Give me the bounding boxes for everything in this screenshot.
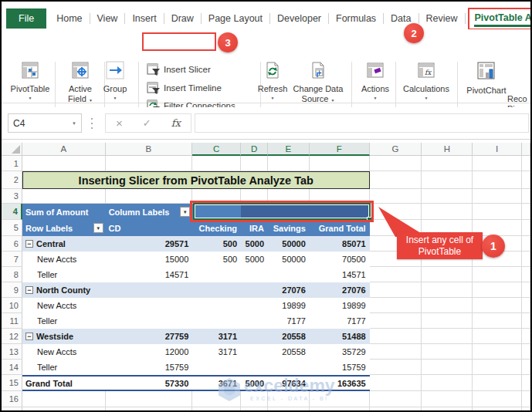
tab-home[interactable]: Home (49, 9, 89, 28)
pivot-value-cell[interactable]: 500 (192, 236, 241, 252)
pivot-value-cell[interactable]: 85071 (310, 236, 370, 252)
row-number-11[interactable]: 11 (2, 313, 22, 329)
row-number-8[interactable]: 8 (2, 267, 22, 282)
grid-cell-B[interactable] (106, 391, 193, 407)
grid-cell-B[interactable] (106, 156, 193, 171)
grid-cell-D[interactable] (241, 407, 268, 412)
name-box-dropdown-icon[interactable]: ▼ (72, 121, 76, 126)
cancel-icon[interactable]: × (116, 117, 123, 130)
pivot-value-cell[interactable]: 500 (192, 252, 241, 267)
select-all-corner[interactable] (2, 143, 22, 156)
row-number-3[interactable]: 3 (2, 189, 22, 204)
grid-cell-E[interactable] (268, 391, 310, 407)
pivot-value-cell[interactable]: 20558 (268, 329, 310, 344)
grid-cell-G[interactable] (370, 407, 422, 412)
pivot-value-cell[interactable]: 97634 (268, 375, 310, 391)
grid-cell-H[interactable] (422, 282, 473, 298)
grid-cell-C[interactable] (192, 407, 241, 412)
grid-cell-I[interactable] (473, 329, 522, 344)
pivot-row-label[interactable]: −Central (22, 236, 106, 252)
grid-cell-G[interactable] (370, 375, 422, 391)
collapse-icon[interactable]: − (25, 333, 33, 340)
grid-cell-G[interactable] (370, 391, 422, 407)
collapse-icon[interactable]: − (25, 240, 33, 248)
grid-cell-I[interactable] (473, 375, 522, 391)
pivot-row-label[interactable]: New Accts (22, 344, 106, 360)
pivot-cell-sum-of-amount[interactable]: Sum of Amount (22, 204, 106, 220)
grid-cell-E[interactable] (268, 156, 310, 171)
pivot-value-cell[interactable]: 15759 (106, 360, 193, 375)
pivot-value-cell[interactable] (192, 282, 241, 298)
pivot-value-cell[interactable]: 50000 (268, 252, 310, 267)
grid-cell-H[interactable] (422, 329, 473, 344)
pivot-value-cell[interactable]: 3671 (192, 375, 241, 391)
grid-cell-H[interactable] (422, 344, 473, 360)
pivot-row-label[interactable]: Teller (22, 267, 106, 282)
pivot-value-cell[interactable] (268, 360, 310, 375)
grid-cell-H[interactable] (422, 375, 473, 391)
row-number-14[interactable]: 14 (2, 360, 22, 375)
tab-formulas[interactable]: Formulas (329, 9, 383, 28)
grid-cell-A[interactable] (22, 407, 106, 412)
row-number-2[interactable]: 2 (2, 171, 22, 189)
grid-cell-C[interactable] (192, 391, 241, 407)
pivot-value-cell[interactable]: 27076 (310, 282, 370, 298)
pivot-value-cell[interactable]: 7177 (310, 313, 370, 329)
grid-cell-I[interactable] (473, 407, 522, 412)
pivot-row-label[interactable]: New Accts (22, 252, 106, 267)
pivot-value-cell[interactable]: 19899 (268, 298, 310, 313)
tab-draw[interactable]: Draw (164, 9, 201, 28)
pivot-row-label[interactable]: New Accts (22, 298, 106, 313)
filter-dropdown-button[interactable]: ▼ (180, 207, 190, 217)
column-header-A[interactable]: A (22, 143, 106, 156)
pivot-value-cell[interactable]: 29571 (106, 236, 193, 252)
pivot-value-cell[interactable] (192, 360, 241, 375)
name-box[interactable]: C4 ▼ (8, 113, 82, 133)
pivot-row-label[interactable]: Teller (22, 360, 106, 375)
row-number-6[interactable]: 6 (2, 236, 22, 252)
grid-cell-I[interactable] (473, 360, 522, 375)
pivot-value-cell[interactable]: 19899 (310, 298, 370, 313)
grid-cell-H[interactable] (422, 407, 473, 412)
pivot-value-cell[interactable] (241, 282, 268, 298)
pivot-value-cell[interactable]: 163635 (310, 375, 370, 391)
row-number-1[interactable]: 1 (2, 156, 22, 171)
pivot-value-cell[interactable] (106, 282, 193, 298)
column-header-C[interactable]: C (192, 143, 241, 156)
grid-cell-H[interactable] (422, 267, 473, 282)
pivot-value-cell[interactable]: 5000 (241, 252, 268, 267)
row-number-7[interactable]: 7 (2, 252, 22, 267)
row-number-13[interactable]: 13 (2, 344, 22, 360)
insert-slicer-button[interactable]: Insert Slicer (147, 62, 211, 77)
grid-cell-G[interactable] (370, 156, 422, 171)
grid-cell-A[interactable] (22, 189, 106, 204)
pivot-value-cell[interactable]: 14571 (106, 267, 193, 282)
pivot-value-cell[interactable]: 7177 (268, 313, 310, 329)
tab-insert[interactable]: Insert (125, 9, 163, 28)
grid-cell-G[interactable] (370, 282, 422, 298)
pivot-value-cell[interactable]: 20558 (268, 344, 310, 360)
grid-cell-D[interactable] (241, 391, 268, 407)
tab-developer[interactable]: Developer (270, 9, 328, 28)
pivot-value-cell[interactable]: 5000 (241, 375, 268, 391)
pivot-value-cell[interactable] (192, 298, 241, 313)
grid-cell-H[interactable] (422, 391, 473, 407)
pivot-value-cell[interactable]: 27759 (106, 329, 193, 344)
pivot-row-label[interactable]: −North County (22, 282, 106, 298)
grid-cell-I[interactable] (473, 313, 522, 329)
grid-cell-B[interactable] (106, 407, 193, 412)
pivot-value-cell[interactable]: 12000 (106, 344, 193, 360)
grid-cell-H[interactable] (422, 171, 473, 189)
pivot-header-cd[interactable]: CD (106, 220, 193, 236)
row-number-4[interactable]: 4 (2, 204, 22, 220)
column-header-H[interactable]: H (422, 143, 473, 156)
row-number-16[interactable]: 16 (2, 391, 22, 407)
pivot-value-cell[interactable]: 57330 (106, 375, 193, 391)
grid-cell-G[interactable] (370, 267, 422, 282)
collapse-icon[interactable]: − (25, 286, 33, 294)
grid-cell-I[interactable] (473, 282, 522, 298)
pivot-header-checking[interactable]: Checking (192, 220, 241, 236)
grid-cell-I[interactable] (473, 267, 522, 282)
grid-cell-F[interactable] (310, 391, 370, 407)
pivot-value-cell[interactable]: 50000 (268, 236, 310, 252)
